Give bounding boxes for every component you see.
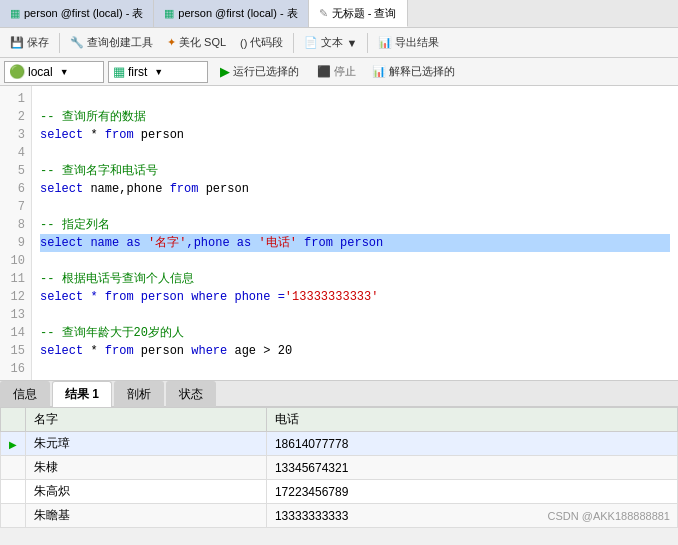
explain-label: 解释已选择的 [389,64,455,79]
toolbar: 💾 保存 🔧 查询创建工具 ✦ 美化 SQL () 代码段 📄 文本 ▼ 📊 导… [0,28,678,58]
db-selector[interactable]: 🟢 local ▼ [4,61,104,83]
selector-bar: 🟢 local ▼ ▦ first ▼ ▶ 运行已选择的 ⬛ 停止 📊 解释已选… [0,58,678,86]
query-icon: ✎ [319,7,328,20]
code-icon: () [240,37,247,49]
table-selector[interactable]: ▦ first ▼ [108,61,208,83]
table-row[interactable]: 朱高炽17223456789 [1,480,678,504]
tab-status[interactable]: 状态 [166,381,216,407]
explain-button[interactable]: 📊 解释已选择的 [366,62,461,81]
tab-person-table-2[interactable]: ▦ person @first (local) - 表 [154,0,308,27]
cell-name: 朱棣 [26,456,267,480]
text-button[interactable]: 📄 文本 ▼ [298,33,363,52]
table-icon-2: ▦ [164,7,174,20]
table-dropdown-icon: ▼ [154,67,163,77]
run-label: 运行已选择的 [233,64,299,79]
text-dropdown-icon: ▼ [346,37,357,49]
divider-2 [293,33,294,53]
cell-phone: 18614077778 [266,432,677,456]
tab-label-3: 无标题 - 查询 [332,6,397,21]
run-button[interactable]: ▶ 运行已选择的 [212,62,307,81]
tab-info[interactable]: 信息 [0,381,50,407]
code-button[interactable]: () 代码段 [234,33,289,52]
tab-label-1: person @first (local) - 表 [24,6,143,21]
text-icon: 📄 [304,36,318,49]
table-icon-sel: ▦ [113,64,125,79]
code-editor[interactable]: -- 查询所有的数据select * from person -- 查询名字和电… [32,86,678,380]
line-numbers: 123456789101112131415161718 [0,86,32,380]
cell-phone: 17223456789 [266,480,677,504]
table-value: first [128,65,147,79]
export-button[interactable]: 📊 导出结果 [372,33,445,52]
play-icon: ▶ [220,64,230,79]
table-icon: ▦ [10,7,20,20]
stop-button[interactable]: ⬛ 停止 [311,62,362,81]
divider-3 [367,33,368,53]
editor-area[interactable]: 123456789101112131415161718 -- 查询所有的数据se… [0,86,678,381]
result-table-container: 名字电话▶朱元璋18614077778朱棣13345674321朱高炽17223… [0,407,678,528]
cell-name: 朱元璋 [26,432,267,456]
query-tool-icon: 🔧 [70,36,84,49]
beautify-icon: ✦ [167,36,176,49]
bottom-panel: 信息 结果 1 剖析 状态 名字电话▶朱元璋18614077778朱棣13345… [0,381,678,528]
tab-label-2: person @first (local) - 表 [178,6,297,21]
cell-name: 朱瞻基 [26,504,267,528]
db-value: local [28,65,53,79]
table-row[interactable]: ▶朱元璋18614077778 [1,432,678,456]
save-button[interactable]: 💾 保存 [4,33,55,52]
explain-icon: 📊 [372,65,386,78]
divider-1 [59,33,60,53]
tab-query[interactable]: ✎ 无标题 - 查询 [309,0,408,27]
stop-icon: ⬛ [317,65,331,78]
title-bar: ▦ person @first (local) - 表 ▦ person @fi… [0,0,678,28]
export-icon: 📊 [378,36,392,49]
db-dropdown-icon: ▼ [60,67,69,77]
save-icon: 💾 [10,36,24,49]
tab-profile[interactable]: 剖析 [114,381,164,407]
db-icon: 🟢 [9,64,25,79]
tab-person-table-1[interactable]: ▦ person @first (local) - 表 [0,0,154,27]
table-row[interactable]: 朱棣13345674321 [1,456,678,480]
cell-phone: 13345674321 [266,456,677,480]
result-tab-bar: 信息 结果 1 剖析 状态 [0,381,678,407]
cell-name: 朱高炽 [26,480,267,504]
watermark: CSDN @AKK188888881 [548,510,670,522]
beautify-button[interactable]: ✦ 美化 SQL [161,33,232,52]
tab-result[interactable]: 结果 1 [52,381,112,407]
query-tool-button[interactable]: 🔧 查询创建工具 [64,33,159,52]
stop-label: 停止 [334,64,356,79]
